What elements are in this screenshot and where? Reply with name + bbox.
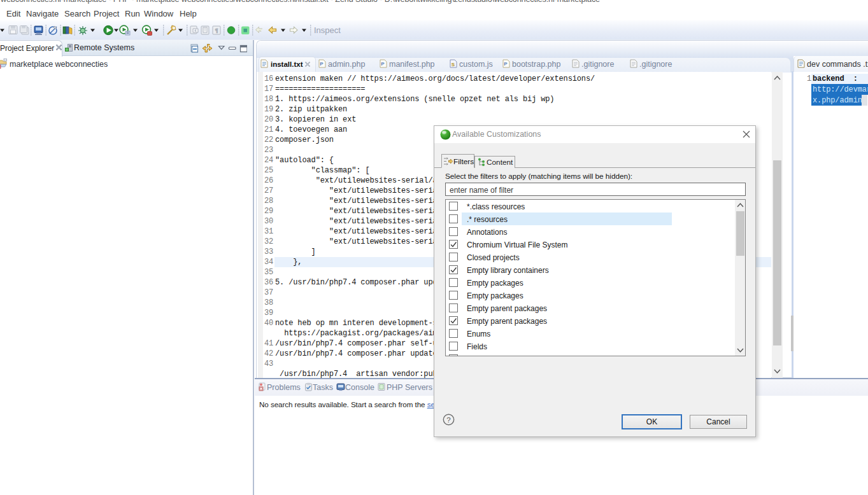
svg-text:?: ? — [446, 416, 450, 424]
svg-text:Inspect: Inspect — [314, 25, 341, 35]
svg-text:P: P — [504, 61, 508, 67]
svg-text:P: P — [320, 61, 324, 67]
svg-text:S: S — [452, 62, 455, 67]
svg-text:P: P — [381, 61, 385, 67]
svg-text:¶: ¶ — [215, 27, 218, 34]
